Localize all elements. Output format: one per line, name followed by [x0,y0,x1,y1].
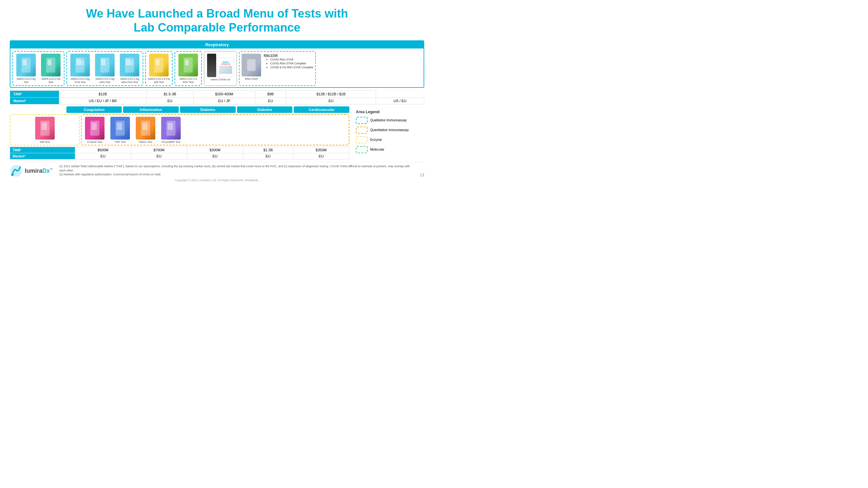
cat-header-diabetes2: Diabetes [237,106,293,113]
footer-notes: (1) 2021 Global Total Addressable Market… [59,164,413,177]
product-label-pool: SARS-CoV-2 Ag Pool Test [68,77,92,84]
product-group-1: SARS-CoV-2 Ag Test SARS-CoV-2 Ab Test [12,51,64,86]
rna-star-list: RNA STAR COVID RNA STAR COVID RNA STAR C… [264,54,313,70]
product-items-3: SARS-CoV-2 & Flu A/B Test [147,54,170,84]
market-cell-3: EU / JP [193,97,255,104]
lower-cat-headers: Coagulation Inflammation Diabetes Diabet… [10,106,349,113]
svg-rect-5 [76,59,81,65]
product-label-ultra-pool: SARS-CoV-2 Ag Ultra Pool Test [118,77,141,84]
product-hba1c: HbA1c Test [134,117,157,144]
tam-cell-1: $12B [59,91,147,97]
svg-rect-26 [168,123,173,130]
lower-cat-header-row: Coagulation Inflammation Diabetes Diabet… [66,106,349,113]
footer-note-2: (2) Markets with regulatory authorizatio… [59,172,413,177]
product-box-sars-ab [41,54,61,76]
product-box-hba1c [136,117,155,139]
product-label-sars-ab: SARS-CoV-2 Ab Test [39,77,63,84]
page-title: We Have Launched a Broad Menu of Tests w… [10,6,424,34]
svg-rect-22 [117,123,122,130]
product-box-ultra-pool [120,54,140,76]
footer-note-1: (1) 2021 Global Total Addressable Market… [59,164,413,172]
product-box-rsv [179,54,198,76]
legend-section: Area Legend Qualitative Immunoassay Quan… [352,106,424,160]
cat-header-cardiovascular: Cardiovascular [294,106,349,113]
product-ddimer: D-Dimer Test [83,117,106,144]
legend-label-enzyme: Enzyme [370,138,382,141]
legend-box-quant [356,127,368,134]
svg-point-28 [11,173,14,176]
svg-rect-3 [48,60,52,65]
lower-group-coagulation: INR Test [10,114,80,146]
svg-rect-15 [185,60,189,65]
legend-item-molecular: Molecular [356,146,421,153]
market-cell-1: US / EU / JP / BR [59,97,147,104]
cat-header-diabetes: Diabetes [180,106,236,113]
rna-star-title: RNA STAR [264,54,313,57]
legend-label-molecular: Molecular [370,148,384,151]
svg-rect-8 [101,59,105,65]
lower-market-diab: EU [187,153,243,159]
product-group-3: SARS-CoV-2 & Flu A/B Test [145,51,173,86]
svg-rect-24 [142,123,148,130]
product-label-rsv: SARS-CoV-2 & RSV Test [177,77,200,84]
logo-text: lumiraDx™ [25,167,53,174]
rna-star-product: RNA STAR [242,54,261,81]
legend-label-quant: Quantitative Immunoassay [370,128,409,132]
rna-star-group: RNA STAR RNA STAR COVID RNA STAR COVID R… [239,51,316,86]
svg-rect-16 [247,59,255,71]
product-pool: SARS-CoV-2 Ag Pool Test [68,54,92,84]
lower-market-inflam: EU [131,153,187,159]
lower-tam-inflam: $700M [131,147,187,153]
product-flu-ab: SARS-CoV-2 & Flu A/B Test [147,54,170,84]
legend-item-enzyme: Enzyme [356,136,421,143]
tam-cell-4: $9B [255,91,286,97]
product-label-ntprobnp: NT-proBNP Test [161,140,180,144]
product-label-ddimer: D-Dimer Test [87,140,102,144]
logo-icon [10,164,23,177]
lower-market-cardio: EU [293,153,349,159]
amira-items: amira COVID-19 amira COVID-19 [206,54,235,82]
lower-tam-table: TAM¹ $500M $700M $300M $1.3B $350M Marke… [10,147,349,159]
lower-group-quantitative: D-Dimer Test CRP Test HbA1c Test [81,114,349,146]
lower-wrapper: Coagulation Inflammation Diabetes Diabet… [10,106,424,160]
market-cell-4: EU [255,97,286,104]
svg-rect-1 [23,60,27,65]
rna-star-item-1: COVID RNA STAR [270,58,313,61]
footer-section: lumiraDx™ (1) 2021 Global Total Addressa… [10,162,424,177]
product-box-flu-ab [149,54,169,76]
svg-rect-11 [130,60,133,65]
rna-star-item-2: COVID RNA STAR Complete [270,62,313,65]
legend-box-molecular [356,146,368,153]
respiratory-tam-table: TAM¹ $12B $1.5-3B $200-400M $9B $12B / $… [10,91,424,104]
lower-tam-diab: $300M [187,147,243,153]
product-inr: INR Test [33,117,57,144]
lower-tam-diab2: $1.3B [243,147,293,153]
rna-star-item-3: COVID & Flu RNA STAR Complete [270,66,313,69]
product-ntprobnp: NT-proBNP Test [159,117,183,144]
product-ultra-pool: SARS-CoV-2 Ag Ultra Pool Test [118,54,141,84]
product-group-4: SARS-CoV-2 & RSV Test [175,51,202,86]
legend-item-qual: Qualitative Immunoassay [356,117,421,124]
product-sars-ab: SARS-CoV-2 Ab Test [39,54,63,84]
lower-tam-cardio: $350M [293,147,349,153]
market-cell-2: EU [147,97,193,104]
product-box-ddimer [85,117,104,139]
lower-products-row: INR Test D-Dimer Test CRP Test [10,114,349,146]
market-cell-5: EU [286,97,376,104]
product-label-crp: CRP Test [115,140,126,144]
product-box-pool [70,54,90,76]
svg-rect-20 [92,123,97,130]
respiratory-section: Respiratory SARS-CoV-2 Ag Test SARS-CoV-… [10,40,424,88]
product-box-crp [111,117,130,139]
svg-rect-18 [42,123,47,130]
tam-row-header: TAM¹ [10,91,59,97]
lower-market-diab2: EU [243,153,293,159]
svg-rect-10 [126,59,130,65]
tam-cell-2: $1.5-3B [147,91,193,97]
respiratory-body: SARS-CoV-2 Ag Test SARS-CoV-2 Ab Test SA… [10,48,424,87]
product-label-sars-ag: SARS-CoV-2 Ag Test [14,77,38,84]
product-label-inr: INR Test [40,140,50,144]
respiratory-header: Respiratory [10,41,424,48]
footer-logo: lumiraDx™ [10,164,53,177]
product-items-2: SARS-CoV-2 Ag Pool Test SARS-CoV-2 Ag Ul… [68,54,141,84]
